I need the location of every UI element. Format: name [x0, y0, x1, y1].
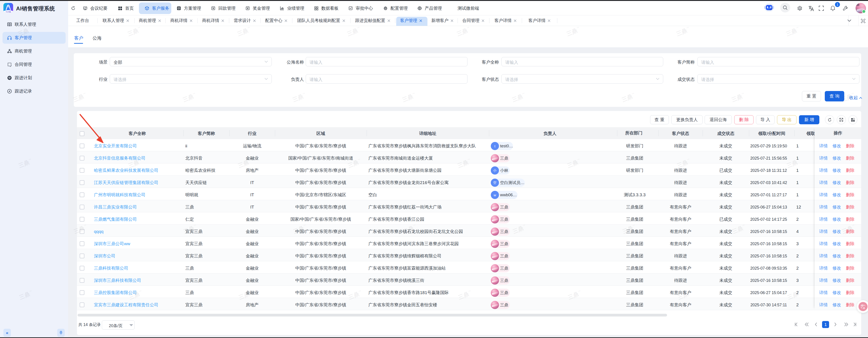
svg-text:A: A [863, 307, 865, 309]
svg-text:AI企业智能: AI企业智能 [6, 11, 11, 13]
